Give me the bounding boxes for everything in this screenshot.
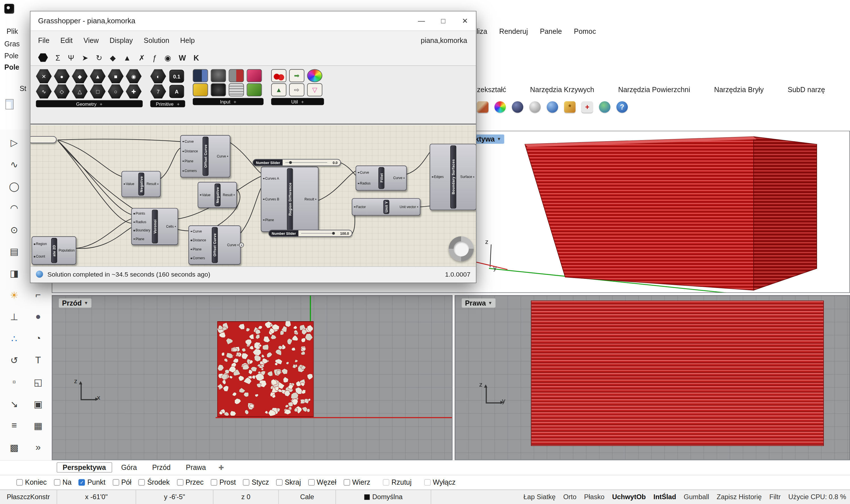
osnap-item-koniec[interactable]: Koniec bbox=[16, 478, 47, 486]
extend-icon[interactable]: ⊥ bbox=[5, 308, 23, 326]
fillet-icon[interactable]: ⌐ bbox=[29, 286, 48, 304]
gh-canvas[interactable]: RegionCountate 2DPopulationValueNegative… bbox=[31, 125, 476, 266]
geometry-param-icon-8[interactable]: ◇ bbox=[54, 85, 70, 98]
gh-menu-item-help[interactable]: Help bbox=[180, 36, 195, 44]
gh-menu-item-display[interactable]: Display bbox=[110, 36, 133, 44]
gh-menu-item-view[interactable]: View bbox=[84, 36, 99, 44]
gh-port-curve[interactable]: Curve bbox=[189, 230, 211, 233]
gh-port-distance[interactable]: Distance bbox=[181, 149, 202, 153]
geometry-param-icon-3[interactable]: ◆ bbox=[72, 69, 88, 83]
gh-node-unit-y[interactable]: FactorUnit YUnit vector bbox=[352, 198, 420, 215]
gh-port-edges[interactable]: Edges bbox=[431, 175, 449, 179]
knob-icon[interactable] bbox=[211, 83, 226, 96]
rhino-toolbar-tab[interactable]: Narzędzia Powierzchni bbox=[618, 86, 690, 94]
gh-port-result[interactable]: Result bbox=[293, 197, 317, 201]
tab-curve[interactable]: ↻ bbox=[96, 53, 102, 62]
gh-port-distance[interactable]: Distance bbox=[189, 238, 211, 242]
osnap-item-węzeł[interactable]: Węzeł bbox=[308, 478, 336, 486]
rhino-menu-panele[interactable]: Panele bbox=[540, 27, 562, 36]
fluid-icon[interactable]: ▽ bbox=[307, 83, 322, 96]
gh-node-negative-2[interactable]: ValueNegativeResult bbox=[198, 182, 237, 208]
dark-sphere-icon[interactable] bbox=[512, 101, 523, 112]
statusbar-cell-3[interactable]: z 0 bbox=[214, 490, 279, 504]
hatch-icon[interactable]: ▩ bbox=[5, 438, 23, 457]
gh-titlebar[interactable]: Grasshopper - piana,komorka — □ ✕ bbox=[31, 11, 476, 31]
gh-port-population[interactable]: Population bbox=[57, 249, 75, 252]
osnap-item-prost[interactable]: Prost bbox=[211, 478, 236, 486]
trim-icon[interactable]: ◨ bbox=[5, 264, 23, 283]
gh-port-plane[interactable]: Plane bbox=[262, 218, 286, 222]
gumball-icon[interactable]: + bbox=[582, 101, 593, 112]
gh-port-value[interactable]: Value bbox=[123, 182, 138, 186]
gh-port-plane[interactable]: Plane bbox=[189, 248, 211, 251]
gh-port-radius[interactable]: Radius bbox=[357, 182, 378, 185]
statusbar-toggle-intślad[interactable]: IntŚlad bbox=[650, 490, 680, 504]
gh-menu-item-file[interactable]: File bbox=[38, 36, 50, 44]
tab-sets[interactable]: Ψ bbox=[68, 53, 74, 62]
earth-icon[interactable] bbox=[599, 101, 610, 112]
gh-slider-track[interactable] bbox=[301, 233, 334, 234]
rotate-icon[interactable]: ◔ bbox=[29, 329, 48, 348]
rhino-toolbar-tab[interactable]: Narzędzia Krzywych bbox=[530, 86, 594, 94]
viewport-dropdown-icon[interactable]: ▼ bbox=[84, 301, 88, 305]
osnap-item-na[interactable]: Na bbox=[54, 478, 71, 486]
md-slider-icon[interactable] bbox=[247, 69, 262, 82]
gh-port-factor[interactable]: Factor bbox=[353, 205, 382, 209]
gh-group-expand-icon[interactable]: + bbox=[234, 99, 236, 104]
osnap-checkbox-stycz[interactable] bbox=[243, 479, 250, 486]
osnap-checkbox-środek[interactable] bbox=[139, 479, 145, 486]
gh-minimize-button[interactable]: — bbox=[411, 11, 432, 31]
jump-icon[interactable]: ⇨ bbox=[289, 83, 305, 96]
gh-slider-track[interactable] bbox=[286, 162, 327, 163]
gh-port-surface[interactable]: Surface bbox=[456, 175, 475, 179]
gh-port-radius[interactable]: Radius bbox=[132, 220, 151, 224]
gh-port-count[interactable]: Count bbox=[33, 255, 50, 258]
color-wheel-icon[interactable] bbox=[494, 101, 506, 112]
osnap-checkbox-węzeł[interactable] bbox=[308, 479, 314, 486]
layers-icon[interactable]: ≡ bbox=[5, 416, 23, 435]
geometry-param-icon-6[interactable]: ◉ bbox=[126, 69, 142, 83]
gh-node-offset-curve-1[interactable]: CurveDistancePlaneCornersOffset CurveCur… bbox=[180, 135, 230, 177]
gh-node-voronoi[interactable]: PointsRadiusBoundaryPlaneVoronoiCells bbox=[131, 208, 178, 245]
colour-swatch-icon[interactable] bbox=[247, 83, 262, 96]
gh-slider-knob[interactable] bbox=[332, 232, 335, 235]
gh-node-boundary-surfaces[interactable]: EdgesBoundary SurfacesSurface bbox=[430, 144, 476, 210]
rhino-toolbar-tab[interactable]: SubD narzę bbox=[788, 86, 825, 94]
sphere-icon[interactable]: ● bbox=[29, 308, 48, 326]
tab-intersect[interactable]: ✗ bbox=[139, 53, 145, 62]
button-icon[interactable] bbox=[211, 69, 226, 82]
help-icon[interactable]: ? bbox=[616, 101, 628, 112]
osnap-item-środek[interactable]: Środek bbox=[139, 478, 170, 486]
relay-icon[interactable]: ➡ bbox=[289, 69, 305, 82]
statusbar-cell-1[interactable]: x -61'0" bbox=[57, 490, 136, 504]
arc-blend-icon[interactable]: ◠ bbox=[5, 199, 23, 217]
gh-port-curves-b[interactable]: Curves B bbox=[262, 197, 286, 201]
geometry-param-icon-12[interactable]: ✚ bbox=[126, 85, 142, 98]
tab-transform[interactable]: ƒ bbox=[153, 53, 157, 62]
gh-port-curve[interactable]: Curve bbox=[357, 171, 378, 175]
tab-display[interactable]: ◉ bbox=[164, 53, 171, 62]
data-recorder-icon[interactable] bbox=[307, 69, 322, 82]
value-list-icon[interactable] bbox=[229, 83, 244, 96]
viewport-tab-prawa[interactable]: Prawa bbox=[180, 462, 212, 472]
osnap-checkbox-koniec[interactable] bbox=[16, 479, 23, 486]
gh-port-value[interactable]: Value bbox=[199, 193, 214, 197]
geometry-param-icon-9[interactable]: △ bbox=[72, 85, 88, 98]
osnap-checkbox-wierz[interactable] bbox=[343, 479, 350, 486]
rhino-menu-renderuj[interactable]: Renderuj bbox=[499, 27, 528, 36]
primitive-number-icon[interactable]: 0.1 bbox=[169, 70, 184, 83]
gh-group-label-util[interactable]: Util+ bbox=[271, 98, 324, 105]
gh-port-curve[interactable]: Curve bbox=[209, 154, 230, 158]
geometry-param-icon-1[interactable]: ✕ bbox=[36, 69, 52, 83]
red-section-rectangle[interactable] bbox=[531, 301, 824, 446]
move-icon[interactable]: ↘ bbox=[5, 395, 23, 413]
osnap-checkbox-pół[interactable] bbox=[113, 479, 119, 486]
gh-expand-icon[interactable]: + bbox=[239, 242, 244, 247]
gh-port-cells[interactable]: Cells bbox=[158, 224, 177, 228]
number-slider-top[interactable]: Number Slider0.0 bbox=[253, 159, 341, 166]
viewport-dropdown-icon[interactable]: ▼ bbox=[488, 301, 492, 305]
tab-k[interactable]: K bbox=[194, 53, 199, 62]
geometry-param-icon-5[interactable]: ■ bbox=[108, 69, 124, 83]
osnap-item-przec[interactable]: Przec bbox=[177, 478, 203, 486]
primitive-text-icon[interactable]: A bbox=[169, 85, 184, 98]
